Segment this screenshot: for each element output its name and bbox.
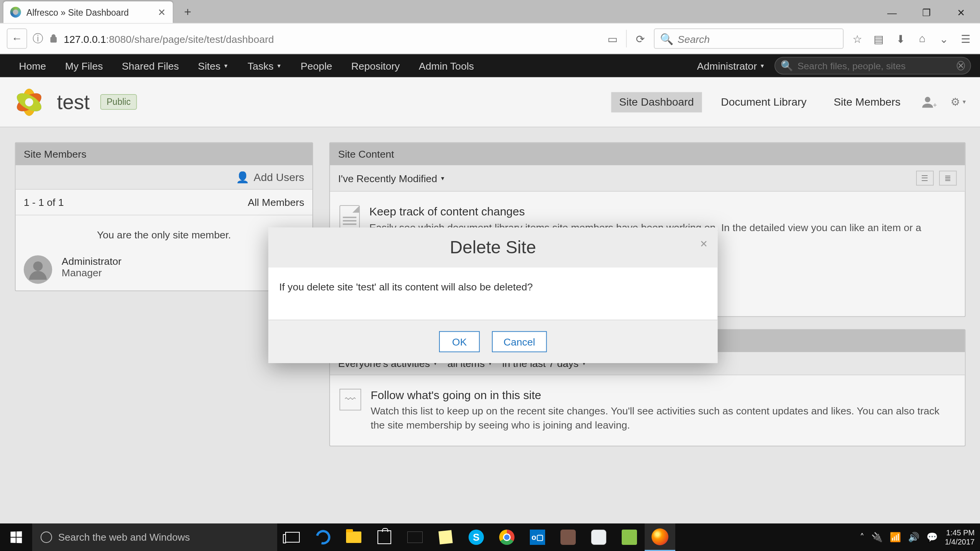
taskbar-app-1[interactable] — [553, 523, 583, 551]
clear-search-icon[interactable]: ✕ — [957, 61, 965, 70]
search-icon: 🔍 — [660, 32, 673, 45]
cortana-icon — [41, 531, 52, 543]
member-list-item: Administrator Manager — [16, 249, 312, 291]
svg-point-6 — [25, 98, 33, 106]
pocket-icon[interactable]: ⌄ — [936, 31, 952, 47]
window-titlebar: Alfresco » Site Dashboard ✕ + — ❐ ✕ — [0, 0, 980, 23]
dialog-message: If you delete site 'test' all its conten… — [268, 267, 718, 320]
windows-taskbar: Search the web and Windows S o▢ ˄ 🔌 📶 🔊 … — [0, 523, 980, 551]
tray-notifications-icon[interactable]: 💬 — [926, 532, 938, 543]
home-icon[interactable]: ⌂ — [914, 31, 930, 47]
nav-tasks[interactable]: Tasks▼ — [238, 54, 291, 77]
member-name[interactable]: Administrator — [62, 255, 121, 267]
nav-shared-files[interactable]: Shared Files — [113, 54, 189, 77]
window-maximize-button[interactable]: ❐ — [911, 3, 942, 23]
cortana-placeholder: Search the web and Windows — [58, 531, 190, 543]
windows-logo-icon — [11, 531, 22, 543]
member-count: 1 - 1 of 1 — [24, 196, 64, 208]
taskbar-sticky-notes[interactable] — [430, 523, 461, 551]
tray-power-icon[interactable]: 🔌 — [871, 532, 883, 543]
browser-toolbar: ← ⓘ 127.0.0.1:8080/share/page/site/test/… — [0, 23, 980, 54]
site-config-icon[interactable]: ⚙▼ — [949, 93, 969, 112]
avatar-icon — [24, 255, 52, 284]
site-name: test — [57, 90, 90, 113]
browser-tab[interactable]: Alfresco » Site Dashboard ✕ — [3, 2, 173, 23]
tray-wifi-icon[interactable]: 📶 — [890, 532, 901, 543]
window-minimize-button[interactable]: — — [877, 3, 907, 23]
nav-repository[interactable]: Repository — [342, 54, 409, 77]
taskbar-explorer[interactable] — [338, 523, 369, 551]
url-text[interactable]: 127.0.0.1:8080/share/page/site/test/dash… — [64, 33, 274, 44]
bookmarks-menu-icon[interactable]: ▤ — [871, 31, 887, 47]
visibility-badge: Public — [101, 94, 137, 110]
detailed-view-icon[interactable]: ≣ — [939, 171, 957, 186]
nav-people[interactable]: People — [291, 54, 341, 77]
dialog-title: Delete Site ✕ — [268, 228, 718, 267]
content-item-title: Keep track of content changes — [369, 205, 956, 218]
nav-home[interactable]: Home — [10, 54, 56, 77]
nav-my-files[interactable]: My Files — [56, 54, 112, 77]
browser-search-box[interactable]: 🔍 — [654, 28, 844, 49]
invite-user-icon[interactable]: + — [920, 93, 939, 112]
only-member-message: You are the only site member. — [16, 215, 312, 249]
tray-clock[interactable]: 1:45 PM 1/4/2017 — [945, 528, 975, 546]
all-members-link[interactable]: All Members — [248, 196, 304, 208]
nav-sites[interactable]: Sites▼ — [188, 54, 238, 77]
taskbar-app-2[interactable] — [583, 523, 614, 551]
ok-button[interactable]: OK — [439, 331, 480, 352]
nav-user-menu[interactable]: Administrator▼ — [688, 54, 774, 77]
cortana-search[interactable]: Search the web and Windows — [32, 523, 277, 551]
back-button[interactable]: ← — [7, 28, 27, 49]
start-button[interactable] — [0, 523, 32, 551]
add-users-link[interactable]: 👤 Add Users — [236, 171, 304, 184]
delete-site-dialog: Delete Site ✕ If you delete site 'test' … — [268, 228, 718, 363]
dashlet-title: Site Members — [16, 143, 312, 165]
tray-overflow-icon[interactable]: ˄ — [860, 532, 864, 543]
bookmark-star-icon[interactable]: ☆ — [849, 31, 865, 47]
taskbar-outlook[interactable]: o▢ — [522, 523, 553, 551]
simple-view-icon[interactable]: ☰ — [916, 171, 934, 186]
reader-mode-icon[interactable]: ▭ — [604, 31, 621, 47]
caret-down-icon: ▼ — [440, 175, 445, 181]
caret-down-icon: ▼ — [276, 63, 282, 69]
content-filter[interactable]: I've Recently Modified▼ — [338, 172, 445, 184]
site-header: test Public Site Dashboard Document Libr… — [0, 77, 980, 127]
alfresco-search[interactable]: 🔍 ✕ — [774, 57, 971, 75]
permissions-icon[interactable] — [49, 34, 58, 44]
tab-document-library[interactable]: Document Library — [713, 92, 815, 112]
menu-icon[interactable]: ☰ — [957, 31, 973, 47]
tray-volume-icon[interactable]: 🔊 — [908, 532, 920, 543]
taskbar-cmd[interactable] — [400, 523, 430, 551]
alfresco-search-input[interactable] — [797, 60, 952, 71]
taskbar-chrome[interactable] — [492, 523, 522, 551]
browser-search-input[interactable] — [678, 33, 838, 44]
reload-button[interactable]: ⟳ — [632, 31, 648, 47]
svg-point-7 — [925, 96, 930, 102]
site-identity-icon[interactable]: ⓘ — [33, 31, 43, 46]
activity-icon: 〰 — [340, 389, 361, 411]
taskbar-edge[interactable] — [308, 523, 338, 551]
nav-admin-tools[interactable]: Admin Tools — [409, 54, 483, 77]
tab-title: Alfresco » Site Dashboard — [26, 7, 152, 18]
downloads-icon[interactable]: ⬇ — [892, 31, 908, 47]
activity-item-desc: Watch this list to keep up on the recent… — [371, 404, 956, 432]
document-icon — [340, 205, 360, 230]
close-tab-icon[interactable]: ✕ — [158, 7, 166, 18]
taskbar-store[interactable] — [369, 523, 400, 551]
tab-site-members[interactable]: Site Members — [825, 92, 908, 112]
task-view-button[interactable] — [277, 523, 308, 551]
taskbar-app-3[interactable] — [614, 523, 645, 551]
user-icon: 👤 — [236, 171, 249, 184]
new-tab-button[interactable]: + — [180, 4, 196, 20]
window-close-button[interactable]: ✕ — [946, 3, 977, 23]
alfresco-top-nav: Home My Files Shared Files Sites▼ Tasks▼… — [0, 54, 980, 77]
tab-site-dashboard[interactable]: Site Dashboard — [611, 92, 702, 112]
cancel-button[interactable]: Cancel — [492, 331, 547, 352]
activity-item-title: Follow what's going on in this site — [371, 389, 956, 402]
alfresco-logo-icon — [12, 85, 46, 119]
taskbar-firefox[interactable] — [645, 523, 675, 551]
dashlet-title: Site Content — [330, 143, 965, 165]
dialog-close-icon[interactable]: ✕ — [700, 238, 708, 249]
search-icon: 🔍 — [781, 60, 794, 72]
taskbar-skype[interactable]: S — [461, 523, 492, 551]
